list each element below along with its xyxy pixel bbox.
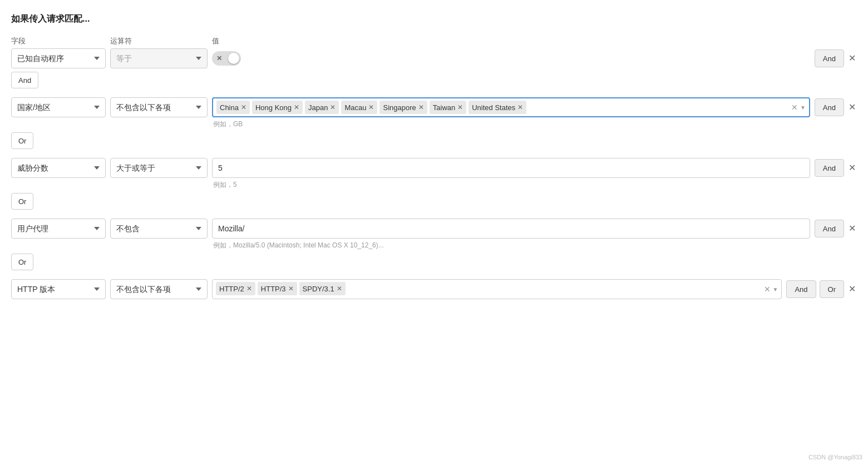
close-button-2[interactable]: ✕ bbox=[847, 102, 857, 113]
tags-dropdown-button-5[interactable]: ▼ bbox=[773, 286, 778, 293]
close-button-4[interactable]: ✕ bbox=[847, 223, 857, 234]
tag-taiwan: Taiwan ✕ bbox=[430, 101, 466, 114]
col-label-field: 字段 bbox=[11, 36, 106, 46]
col-label-operator: 运算符 bbox=[110, 36, 208, 46]
and-button-4[interactable]: And bbox=[815, 220, 844, 237]
and-connector-1[interactable]: And bbox=[11, 72, 38, 88]
or-connector-3[interactable]: Or bbox=[11, 193, 33, 210]
field-select-1[interactable]: 已知自动程序 bbox=[11, 48, 106, 68]
tags-controls-2: ✕ ▼ bbox=[791, 103, 806, 111]
filter-row-3: 威胁分数 大于或等于 例如，5 And ✕ Or bbox=[11, 158, 857, 214]
tags-input-5[interactable]: HTTP/2 ✕ HTTP/3 ✕ SPDY/3.1 ✕ ✕ ▼ bbox=[212, 279, 782, 299]
tag-close-http2[interactable]: ✕ bbox=[246, 285, 252, 292]
tag-close-spdy[interactable]: ✕ bbox=[337, 285, 342, 292]
tag-close-singapore[interactable]: ✕ bbox=[418, 104, 424, 111]
page-title: 如果传入请求匹配... bbox=[11, 13, 857, 25]
tag-close-macau[interactable]: ✕ bbox=[368, 104, 374, 111]
operator-select-2[interactable]: 不包含以下各项 bbox=[110, 97, 208, 117]
tags-clear-button-2[interactable]: ✕ bbox=[791, 103, 798, 111]
close-button-3[interactable]: ✕ bbox=[847, 162, 857, 173]
tag-close-taiwan[interactable]: ✕ bbox=[457, 104, 463, 111]
or-connector-4[interactable]: Or bbox=[11, 254, 33, 270]
tag-close-japan[interactable]: ✕ bbox=[330, 104, 336, 111]
col-label-value: 值 bbox=[212, 36, 857, 46]
tag-close-hongkong[interactable]: ✕ bbox=[294, 104, 299, 111]
filter-row-2: 国家/地区 不包含以下各项 China ✕ Hong Kong ✕ Japan … bbox=[11, 97, 857, 153]
tags-input-2[interactable]: China ✕ Hong Kong ✕ Japan ✕ Macau ✕ Sing… bbox=[212, 97, 810, 117]
field-select-3[interactable]: 威胁分数 bbox=[11, 158, 106, 178]
or-button-5[interactable]: Or bbox=[820, 280, 844, 298]
filter-row-4: 用户代理 不包含 例如，Mozilla/5.0 (Macintosh; Inte… bbox=[11, 219, 857, 275]
tags-dropdown-button-2[interactable]: ▼ bbox=[800, 105, 806, 111]
tags-clear-button-5[interactable]: ✕ bbox=[764, 285, 771, 293]
field-select-4[interactable]: 用户代理 bbox=[11, 219, 106, 239]
tag-http3: HTTP/3 ✕ bbox=[258, 282, 297, 295]
close-button-5[interactable]: ✕ bbox=[847, 284, 857, 295]
toggle-knob bbox=[228, 53, 239, 64]
and-button-5[interactable]: And bbox=[786, 280, 816, 298]
tags-controls-5: ✕ ▼ bbox=[764, 285, 778, 293]
tag-close-unitedstates[interactable]: ✕ bbox=[517, 104, 523, 111]
tag-spdy: SPDY/3.1 ✕ bbox=[299, 282, 346, 295]
toggle-button-1[interactable]: ✕ bbox=[212, 51, 241, 66]
tag-hongkong: Hong Kong ✕ bbox=[252, 101, 303, 114]
field-select-2[interactable]: 国家/地区 bbox=[11, 97, 106, 117]
tag-close-china[interactable]: ✕ bbox=[241, 104, 246, 111]
operator-select-5[interactable]: 不包含以下各项 bbox=[110, 279, 208, 299]
filter-row-1: 已知自动程序 等于 ✕ And ✕ And bbox=[11, 48, 857, 93]
tag-china: China ✕ bbox=[216, 101, 250, 114]
and-button-2[interactable]: And bbox=[815, 98, 844, 116]
tag-japan: Japan ✕ bbox=[305, 101, 339, 114]
tag-singapore: Singapore ✕ bbox=[379, 101, 427, 114]
filter-row-5: HTTP 版本 不包含以下各项 HTTP/2 ✕ HTTP/3 ✕ SPDY/3… bbox=[11, 279, 857, 299]
hint-4: 例如，Mozilla/5.0 (Macintosh; Intel Mac OS … bbox=[213, 241, 810, 250]
field-select-5[interactable]: HTTP 版本 bbox=[11, 279, 106, 299]
and-button-1[interactable]: And bbox=[815, 49, 844, 67]
tag-http2: HTTP/2 ✕ bbox=[216, 282, 255, 295]
value-toggle-1: ✕ bbox=[212, 48, 810, 68]
tag-macau: Macau ✕ bbox=[341, 101, 377, 114]
close-button-1[interactable]: ✕ bbox=[847, 53, 857, 64]
operator-select-3[interactable]: 大于或等于 bbox=[110, 158, 208, 178]
hint-2: 例如，GB bbox=[213, 120, 810, 129]
tag-unitedstates: United States ✕ bbox=[468, 101, 526, 114]
or-connector-2[interactable]: Or bbox=[11, 132, 33, 149]
watermark: CSDN @Yonagi833 bbox=[808, 454, 862, 460]
value-input-4[interactable] bbox=[212, 219, 810, 239]
operator-select-4[interactable]: 不包含 bbox=[110, 219, 208, 239]
tag-close-http3[interactable]: ✕ bbox=[288, 285, 294, 292]
value-input-3[interactable] bbox=[212, 158, 810, 178]
and-button-3[interactable]: And bbox=[815, 159, 844, 177]
operator-select-1[interactable]: 等于 bbox=[110, 48, 208, 68]
hint-3: 例如，5 bbox=[213, 180, 810, 190]
toggle-x-icon: ✕ bbox=[216, 54, 222, 62]
